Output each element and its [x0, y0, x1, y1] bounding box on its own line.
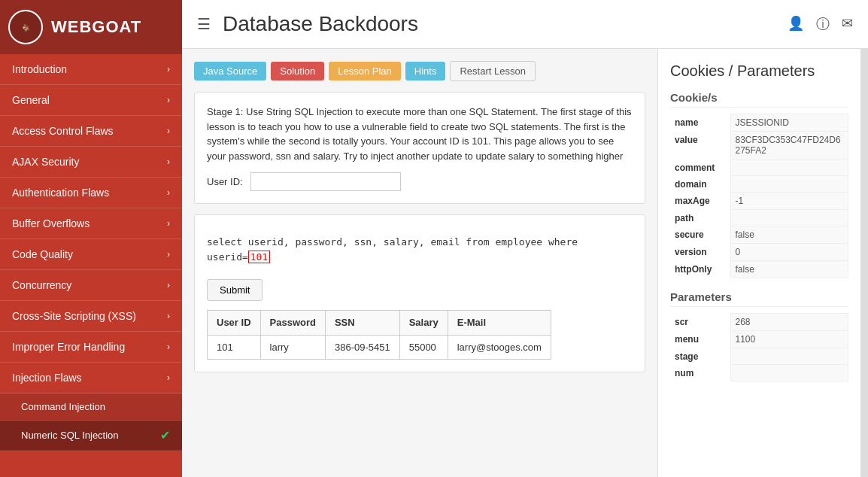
sidebar-item-access-control[interactable]: Access Control Flaws ›: [0, 116, 182, 147]
info-icon[interactable]: ⓘ: [816, 15, 830, 33]
cookie-row: domain: [670, 176, 848, 193]
col-header-userid: User ID: [208, 311, 261, 336]
sidebar-header: 🐐 WEBGOAT: [0, 0, 182, 54]
sidebar-item-label: Access Control Flaws: [12, 125, 114, 137]
param-key: num: [670, 365, 730, 381]
mail-icon[interactable]: ✉: [842, 15, 853, 33]
table-cell: 55000: [399, 335, 448, 360]
sidebar-item-label: Introduction: [12, 63, 67, 75]
scrollbar[interactable]: [860, 49, 868, 477]
param-value: 268: [730, 314, 848, 331]
check-icon: ✔: [160, 428, 170, 442]
col-header-password: Password: [260, 311, 325, 336]
java-source-button[interactable]: Java Source: [194, 62, 266, 81]
chevron-right-icon: ›: [167, 311, 170, 321]
solution-button[interactable]: Solution: [271, 62, 324, 81]
sidebar-item-concurrency[interactable]: Concurrency ›: [0, 270, 182, 301]
params-section-title: Parameters: [670, 290, 848, 307]
lesson-plan-button[interactable]: Lesson Plan: [329, 62, 401, 81]
cookies-section-title: Cookie/s: [670, 91, 848, 108]
result-table-body: 101larry386-09-545155000larry@stooges.co…: [208, 335, 551, 360]
main-area: ☰ Database Backdoors 👤 ⓘ ✉ Java Source S…: [182, 0, 868, 477]
chevron-right-icon: ›: [167, 126, 170, 136]
sidebar-item-label: Concurrency: [12, 279, 71, 291]
cookie-value: false: [730, 261, 848, 278]
sidebar-sub-item-label: Numeric SQL Injection: [21, 430, 119, 441]
sql-display-box: select userid, password, ssn, salary, em…: [194, 214, 645, 372]
cookie-row: value83CF3DC353C47FD24D6275FA2: [670, 132, 848, 160]
sidebar-item-label: Code Quality: [12, 248, 73, 260]
user-id-input[interactable]: [250, 172, 401, 191]
sidebar-item-label: Authentication Flaws: [12, 187, 109, 199]
sidebar-item-command-injection[interactable]: Command Injection: [0, 393, 182, 421]
chevron-right-icon: ›: [167, 95, 170, 105]
sidebar-item-injection-flaws[interactable]: Injection Flaws ›: [0, 363, 182, 393]
sidebar-item-label: AJAX Security: [12, 156, 79, 168]
cookie-value: [730, 160, 848, 176]
webgoat-logo: 🐐: [8, 9, 44, 45]
table-row: 101larry386-09-545155000larry@stooges.co…: [208, 335, 551, 360]
params-table: scr268menu1100stagenum: [670, 313, 848, 381]
param-row: scr268: [670, 314, 848, 331]
lesson-content: Java Source Solution Lesson Plan Hints R…: [182, 49, 657, 477]
chevron-right-icon: ›: [167, 156, 170, 167]
user-icon[interactable]: 👤: [788, 15, 804, 33]
chevron-right-icon: ›: [167, 187, 170, 198]
sidebar-item-error-handling[interactable]: Improper Error Handling ›: [0, 332, 182, 363]
sidebar-item-ajax[interactable]: AJAX Security ›: [0, 147, 182, 178]
cookie-value: false: [730, 226, 848, 244]
param-key: menu: [670, 331, 730, 348]
param-row: stage: [670, 348, 848, 365]
cookie-row: path: [670, 210, 848, 226]
toolbar-buttons: Java Source Solution Lesson Plan Hints R…: [194, 61, 645, 81]
cookie-value: [730, 210, 848, 226]
sql-value: 101: [248, 251, 270, 263]
cookie-value: 83CF3DC353C47FD24D6275FA2: [730, 132, 848, 160]
chevron-right-icon: ›: [167, 218, 170, 229]
sidebar-item-numeric-sql[interactable]: Numeric SQL Injection ✔: [0, 421, 182, 451]
sidebar-item-label: Injection Flaws: [12, 372, 82, 384]
result-table-head: User ID Password SSN Salary E-Mail: [208, 311, 551, 336]
cookie-row: maxAge-1: [670, 193, 848, 210]
chevron-right-icon: ›: [167, 249, 170, 260]
right-panel-title: Cookies / Parameters: [670, 61, 848, 81]
right-panel: Cookies / Parameters Cookie/s nameJSESSI…: [657, 49, 860, 477]
sidebar-item-xss[interactable]: Cross-Site Scripting (XSS) ›: [0, 301, 182, 332]
cookie-key: value: [670, 132, 730, 160]
cookie-key: maxAge: [670, 193, 730, 210]
cookie-row: comment: [670, 160, 848, 176]
submit-button[interactable]: Submit: [207, 279, 263, 301]
table-cell: larry: [260, 335, 325, 360]
cookie-row: securefalse: [670, 226, 848, 244]
cookie-row: httpOnlyfalse: [670, 261, 848, 278]
lesson-description-box: Stage 1: Use String SQL Injection to exe…: [194, 92, 645, 204]
sidebar-item-buffer-overflows[interactable]: Buffer Overflows ›: [0, 208, 182, 239]
sidebar-item-introduction[interactable]: Introduction ›: [0, 54, 182, 85]
menu-toggle-button[interactable]: ☰: [197, 15, 211, 33]
content-area: Java Source Solution Lesson Plan Hints R…: [182, 49, 868, 477]
chevron-down-icon: ›: [167, 372, 170, 383]
sidebar-item-auth-flaws[interactable]: Authentication Flaws ›: [0, 178, 182, 208]
topbar-icons: 👤 ⓘ ✉: [788, 15, 853, 33]
cookie-key: httpOnly: [670, 261, 730, 278]
hints-button[interactable]: Hints: [405, 62, 446, 81]
cookie-key: name: [670, 114, 730, 132]
page-title: Database Backdoors: [223, 12, 775, 36]
user-id-label: User ID:: [207, 175, 243, 190]
param-row: num: [670, 365, 848, 381]
col-header-ssn: SSN: [325, 311, 399, 336]
cookies-table: nameJSESSIONIDvalue83CF3DC353C47FD24D627…: [670, 114, 848, 278]
cookie-key: version: [670, 244, 730, 261]
sidebar-item-code-quality[interactable]: Code Quality ›: [0, 239, 182, 270]
cookie-value: [730, 176, 848, 193]
sidebar-title: WEBGOAT: [51, 17, 141, 37]
result-table: User ID Password SSN Salary E-Mail 101la…: [207, 310, 551, 360]
param-key: stage: [670, 348, 730, 365]
sidebar-item-general[interactable]: General ›: [0, 85, 182, 116]
cookie-value: JSESSIONID: [730, 114, 848, 132]
cookie-key: domain: [670, 176, 730, 193]
user-id-form-row: User ID:: [207, 172, 633, 191]
restart-lesson-button[interactable]: Restart Lesson: [450, 61, 535, 81]
cookie-key: comment: [670, 160, 730, 176]
param-key: scr: [670, 314, 730, 331]
